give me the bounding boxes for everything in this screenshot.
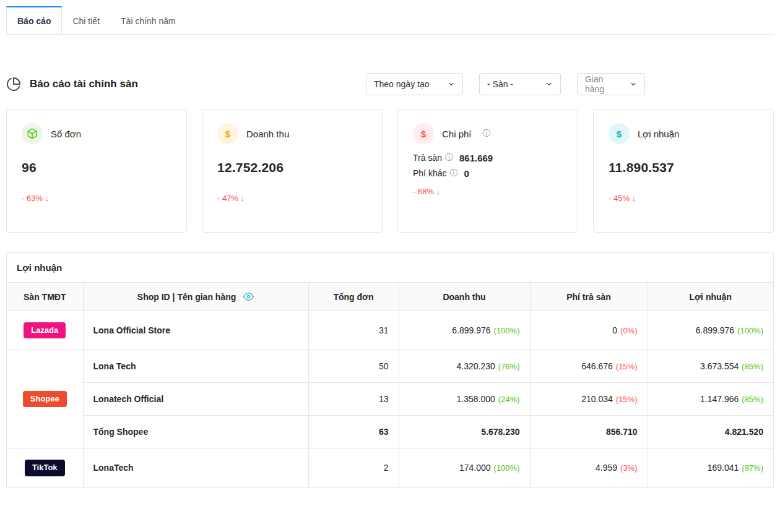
fee-cell-value: 210.034	[581, 394, 613, 404]
col-revenue: Doanh thu	[399, 283, 530, 311]
card-orders: Số đơn 96 - 63% ↓	[6, 109, 187, 233]
revenue-cell-value: 174.000	[459, 463, 491, 473]
info-icon[interactable]: ⓘ	[449, 168, 457, 179]
fee-cell-percent: (0%)	[620, 326, 637, 335]
fee-cell-percent: (15%)	[616, 362, 638, 371]
table-row: ShopeeLona Tech504.320.230(76%)646.676(1…	[7, 350, 773, 383]
fee-cell: 646.676(15%)	[530, 350, 648, 383]
tab-tai-chinh-nam[interactable]: Tài chính năm	[110, 6, 186, 34]
pie-chart-icon	[6, 77, 21, 92]
fee-cell: 210.034(15%)	[530, 383, 648, 416]
fee-cell-value: 0	[612, 325, 617, 335]
table-row: LazadaLona Official Store316.899.976(100…	[7, 311, 773, 350]
platform-badge-lazada: Lazada	[24, 322, 66, 338]
profit-table-body: LazadaLona Official Store316.899.976(100…	[7, 311, 773, 487]
revenue-cell: 5.678.230	[399, 416, 530, 448]
profit-value: 11.890.537	[609, 160, 758, 175]
profit-cell: 4.821.520	[648, 416, 773, 448]
fee-cell: 0(0%)	[530, 311, 648, 350]
platform-select[interactable]: - Sàn -	[479, 73, 561, 95]
orders-cell: 13	[308, 383, 399, 416]
revenue-cell-percent: (24%)	[498, 395, 520, 404]
revenue-cell-percent: (100%)	[494, 326, 520, 335]
platform-cell: Lazada	[7, 311, 83, 350]
orders-cell: 50	[308, 350, 399, 383]
fee-cell-value: 646.676	[581, 361, 613, 371]
report-page: Báo cáo Chi tiết Tài chính năm Báo cáo t…	[0, 0, 780, 488]
fee-cell-value: 856.710	[606, 427, 638, 437]
revenue-cell: 6.899.976(100%)	[399, 311, 530, 350]
shop-name: LonaTech	[83, 448, 308, 487]
orders-cell: 31	[308, 311, 399, 350]
table-header-row: Sàn TMĐT Shop ID | Tên gian hàng Tổng đơ…	[7, 283, 773, 311]
profit-cell-value: 4.821.520	[725, 427, 763, 437]
eye-icon[interactable]	[243, 291, 254, 302]
card-revenue-header: $ Doanh thu	[217, 123, 367, 144]
fee-cell: 856.710	[530, 416, 648, 448]
shop-name: Lonatech Official	[83, 383, 308, 416]
tab-chi-tiet[interactable]: Chi tiết	[62, 6, 110, 34]
platform-cell: TikTok	[7, 448, 83, 487]
dollar-icon: $	[413, 123, 434, 144]
profit-table-grid: Sàn TMĐT Shop ID | Tên gian hàng Tổng đơ…	[7, 283, 773, 487]
profit-cell-percent: (85%)	[742, 362, 763, 371]
shop-name: Lona Official Store	[83, 311, 308, 350]
profit-cell-value: 169.041	[708, 463, 739, 473]
info-icon[interactable]: ⓘ	[445, 152, 453, 163]
col-total-orders: Tổng đơn	[308, 283, 399, 311]
platform-select-value: - Sàn -	[487, 79, 513, 89]
card-orders-label: Số đơn	[51, 129, 81, 139]
cost-line-label: Phí khác	[413, 168, 446, 178]
platform-cell: Shopee	[7, 350, 83, 448]
table-title: Lợi nhuận	[7, 253, 773, 283]
card-orders-header: Số đơn	[22, 123, 171, 144]
profit-cell: 1.147.966(85%)	[648, 383, 773, 416]
table-row: TikTokLonaTech2174.000(100%)4.959(3%)169…	[7, 448, 773, 487]
profit-cell-value: 1.147.966	[700, 394, 739, 404]
revenue-cell-percent: (100%)	[494, 463, 520, 473]
box-icon	[22, 123, 43, 144]
cost-line-value: 0	[464, 168, 469, 179]
revenue-cell-percent: (76%)	[498, 362, 520, 371]
chevron-down-icon	[448, 80, 455, 88]
profit-cell: 169.041(97%)	[648, 448, 773, 487]
table-row: Lonatech Official131.358.000(24%)210.034…	[7, 383, 773, 416]
date-type-select[interactable]: Theo ngày tạo	[366, 73, 463, 95]
table-row: Tổng Shopee635.678.230856.7104.821.520	[7, 416, 773, 448]
revenue-value: 12.752.206	[217, 160, 367, 175]
cost-line-value: 861.669	[459, 153, 493, 163]
orders-delta: - 63% ↓	[22, 194, 171, 203]
orders-cell: 2	[308, 448, 399, 487]
card-profit: $ Lợi nhuận 11.890.537 - 45% ↓	[593, 109, 774, 233]
platform-badge-tiktok: TikTok	[25, 460, 65, 476]
tab-bao-cao[interactable]: Báo cáo	[6, 6, 62, 34]
card-cost-header: $ Chi phí ⓘ	[413, 123, 563, 144]
tab-bar: Báo cáo Chi tiết Tài chính năm	[6, 6, 774, 35]
summary-cards: Số đơn 96 - 63% ↓ $ Doanh thu 12.752.206…	[6, 109, 774, 233]
store-select[interactable]: Gian hàng	[577, 73, 645, 95]
fee-cell: 4.959(3%)	[530, 448, 648, 487]
orders-cell: 63	[308, 416, 399, 448]
revenue-delta: - 47% ↓	[217, 194, 367, 203]
orders-value: 96	[22, 160, 171, 175]
revenue-cell: 1.358.000(24%)	[399, 383, 530, 416]
dollar-icon: $	[609, 123, 630, 144]
card-profit-header: $ Lợi nhuận	[609, 123, 758, 144]
platform-badge-shopee: Shopee	[23, 391, 67, 407]
profit-cell: 3.673.554(85%)	[648, 350, 773, 383]
dollar-icon: $	[217, 123, 238, 144]
fee-cell-value: 4.959	[596, 463, 617, 473]
chevron-down-icon	[545, 80, 553, 88]
profit-table: Lợi nhuận Sàn TMĐT Shop ID | Tên gian hà…	[6, 252, 774, 488]
card-cost-label: Chi phí	[442, 129, 472, 139]
page-title: Báo cáo tài chính sàn	[30, 78, 138, 90]
col-floor-fee: Phí trả sàn	[530, 283, 648, 311]
col-profit: Lợi nhuận	[648, 283, 773, 311]
revenue-cell: 174.000(100%)	[399, 448, 530, 487]
card-revenue-label: Doanh thu	[246, 129, 289, 139]
profit-cell-percent: (85%)	[742, 395, 763, 404]
info-icon[interactable]: ⓘ	[483, 128, 491, 139]
filter-group: Theo ngày tạo - Sàn - Gian hàng	[366, 73, 645, 95]
fee-cell-percent: (3%)	[620, 463, 637, 473]
cost-line-other-fee: Phí khác ⓘ 0	[413, 168, 563, 179]
